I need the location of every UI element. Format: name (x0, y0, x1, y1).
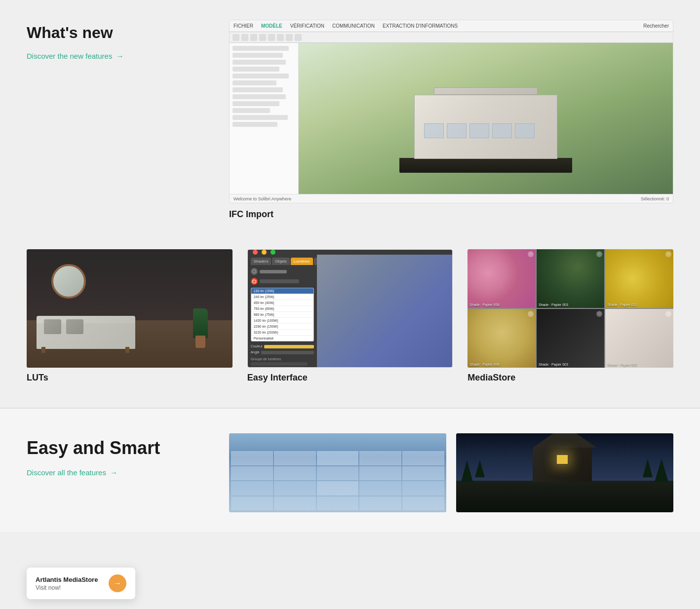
easy-left-panel: Shaders Objets Lumières Héliodons ⬡ ⏻ (248, 255, 317, 368)
tb-btn-7 (286, 34, 293, 41)
building-windows-grid (229, 449, 446, 512)
luts-screenshot (27, 249, 233, 368)
group-label: Groupe de lumières (251, 357, 314, 361)
ifc-3d-view (299, 43, 673, 194)
media-cell-6: Shade · Papier 002 ♡ (605, 309, 673, 368)
media-cell-1: Shade · Papier 008 ♡ (467, 249, 536, 308)
section-features-row: LUTs Shaders Objets Lumières (0, 244, 700, 408)
tb-btn-8 (295, 34, 302, 41)
easy-app-toolbar (248, 250, 453, 255)
dot-yellow (262, 250, 267, 255)
building-facade-screenshot (229, 433, 446, 512)
cushion-1 (44, 319, 61, 334)
tab-shaders[interactable]: Shaders (251, 258, 272, 265)
lumiere-dropdown: 130 lm (15W) 240 lm (25W) 450 lm (40W) 7… (251, 288, 314, 342)
dropdown-item-2[interactable]: 240 lm (25W) (251, 294, 313, 300)
page-wrapper: What's new Discover the new features → F… (0, 0, 700, 609)
dot-green (271, 250, 275, 255)
tb-btn-6 (277, 34, 284, 41)
section-whats-new: What's new Discover the new features → F… (0, 0, 700, 244)
nav-label (260, 270, 287, 273)
building-facade-bg (229, 433, 446, 512)
toolbar-fichier[interactable]: FICHIER (233, 23, 253, 29)
light-value-bar (260, 279, 299, 283)
media-label-3: Shade · Papier 012 (607, 303, 637, 306)
toolbar-verification[interactable]: VÉRIFICATION (290, 23, 324, 29)
dropdown-item-selected[interactable]: 130 lm (15W) (251, 288, 313, 294)
media-cell-3: Shade · Papier 012 ♡ (605, 249, 673, 308)
section-easy-smart: Easy and Smart Discover all the features… (0, 409, 700, 532)
dropdown-item-8[interactable]: 3220 lm (200W) (251, 329, 313, 335)
feature-card-mediastore: Shade · Papier 008 ♡ Shade · Papier 003 … (467, 249, 673, 383)
ifc-import-feature: FICHIER MODÈLE VÉRIFICATION COMMUNICATIO… (229, 20, 673, 220)
plant-leaves (193, 308, 208, 338)
dropdown-item-3[interactable]: 450 lm (40W) (251, 300, 313, 305)
statusbar-right-text: Sélectionné: 0 (641, 196, 669, 201)
media-label-5: Shade · Papier 003 (539, 363, 568, 366)
media-cell-5: Shade · Papier 003 ♡ (537, 309, 605, 368)
easy-3d-viewport (317, 255, 453, 368)
room-mirror (51, 264, 86, 299)
building-windows (424, 123, 535, 138)
whats-new-title: What's new (27, 24, 209, 42)
ifc-content (230, 43, 673, 194)
tab-lumieres[interactable]: Lumières (291, 258, 313, 265)
right-trees (643, 458, 668, 482)
media-label-6: Shade · Papier 002 (607, 363, 637, 366)
toast-arrow-button[interactable]: → (109, 574, 126, 592)
easy-interface-screenshot: Shaders Objets Lumières Héliodons ⬡ ⏻ (247, 249, 453, 368)
toolbar-communication[interactable]: COMMUNICATION (332, 23, 375, 29)
house-night-screenshot (456, 433, 673, 512)
nav-icon: ⬡ (251, 268, 258, 275)
house (533, 433, 597, 482)
left-trees (461, 460, 485, 482)
tb-btn-1 (233, 34, 239, 41)
discover-all-features-link[interactable]: Discover all the features → (27, 468, 117, 477)
feature-card-luts: LUTs (27, 249, 233, 383)
house-night-scene (456, 433, 673, 512)
easy-smart-images (229, 433, 673, 512)
discover-new-features-link[interactable]: Discover the new features → (27, 52, 123, 60)
easy-interface-label: Easy Interface (247, 373, 453, 383)
angle-row: Angle (251, 350, 314, 354)
couch-leg-2 (125, 347, 129, 353)
media-heart-3[interactable]: ♡ (665, 251, 671, 257)
toast-banner: Artlantis MediaStore Visit now! → (27, 568, 135, 599)
media-label-2: Shade · Papier 003 (539, 303, 568, 306)
lit-window (557, 455, 568, 464)
tab-objets[interactable]: Objets (272, 258, 289, 265)
cushion-2 (66, 319, 83, 334)
couch-leg-1 (41, 347, 45, 353)
media-cell-4: Shade · Papier 008 ♡ (467, 309, 536, 368)
easy-smart-left: Easy and Smart Discover all the features… (27, 433, 209, 477)
discover-all-features-text: Discover all the features (27, 468, 106, 477)
group-section: Groupe de lumières Lumière_1 (251, 357, 314, 368)
media-heart-4[interactable]: ♡ (528, 311, 534, 317)
toast-title: Artlantis MediaStore (36, 576, 101, 583)
media-heart-6[interactable]: ♡ (665, 311, 671, 317)
dropdown-item-7[interactable]: 2290 lm (150W) (251, 323, 313, 329)
discover-all-features-arrow: → (110, 468, 117, 477)
tb-btn-5 (268, 34, 275, 41)
ifc-app-screenshot: FICHIER MODÈLE VÉRIFICATION COMMUNICATIO… (230, 20, 673, 203)
toolbar-extraction[interactable]: EXTRACTION D'INFORMATIONS (383, 23, 458, 29)
dropdown-item-4[interactable]: 750 lm (60W) (251, 305, 313, 311)
dropdown-item-5[interactable]: 980 lm (75W) (251, 311, 313, 317)
plant-pot (195, 336, 205, 348)
power-toggle[interactable]: ⏻ (251, 278, 258, 285)
media-cell-2: Shade · Papier 003 ♡ (537, 249, 605, 308)
dropdown-item-6[interactable]: 1420 lm (100W) (251, 317, 313, 323)
luts-label: LUTs (27, 373, 233, 383)
toolbar-search[interactable]: Rechercher (643, 23, 669, 29)
toast-subtitle: Visit now! (36, 584, 101, 591)
whats-new-left: What's new Discover the new features → (27, 20, 209, 61)
media-heart-1[interactable]: ♡ (528, 251, 534, 257)
easy-app-content: Shaders Objets Lumières Héliodons ⬡ ⏻ (248, 255, 453, 368)
easy-tab-row: Shaders Objets Lumières Héliodons (251, 258, 314, 265)
group-item-2 (251, 367, 305, 368)
toast-text: Artlantis MediaStore Visit now! (36, 576, 101, 591)
dropdown-item-9[interactable]: Personnalisé (251, 335, 313, 341)
mediastore-screenshot: Shade · Papier 008 ♡ Shade · Papier 003 … (467, 249, 673, 368)
toolbar-modele[interactable]: MODÈLE (261, 23, 282, 29)
tb-btn-4 (259, 34, 266, 41)
